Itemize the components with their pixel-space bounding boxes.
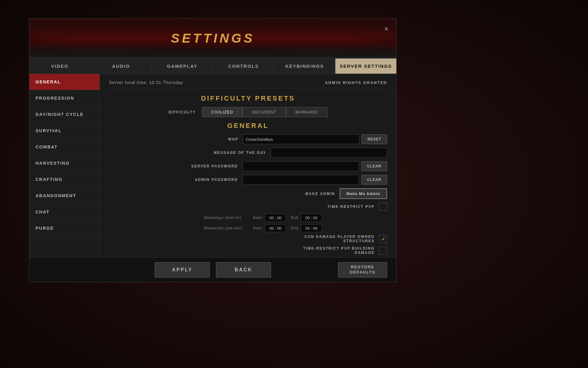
server-password-row: SERVER PASSWORD Clear [109, 161, 387, 171]
time-restrict-pvp-checkbox[interactable] [379, 203, 387, 211]
pvp-weekdays-row: Weekdays (mon-fri) Start End [109, 214, 387, 222]
map-reset-button[interactable]: Reset [362, 134, 387, 144]
back-button[interactable]: BACK [216, 262, 271, 278]
admin-password-label: ADMIN PASSWORD [152, 178, 238, 182]
can-damage-row: CAN DAMAGE PLAYER OWNED STRUCTURES [109, 235, 387, 243]
pvp-weekdays-label: Weekdays (mon-fri) [204, 216, 253, 220]
modal-footer: APPLY BACK RESTOREDEFAULTS [29, 257, 396, 282]
sidebar-item-abandonment[interactable]: ABANDONMENT [29, 188, 100, 204]
apply-button[interactable]: APPLY [155, 262, 210, 278]
close-button[interactable]: × [381, 23, 392, 34]
difficulty-barbaric-btn[interactable]: Barbaric [286, 107, 328, 117]
modal-header: SETTINGS × [29, 19, 396, 59]
pvp-weekdays-end-label: End [291, 216, 298, 220]
map-input[interactable] [243, 134, 359, 144]
pvp-weekdays-start-input[interactable] [265, 214, 286, 222]
modal-body: GENERAL PROGRESSION DAY/NIGHT CYCLE SURV… [29, 74, 396, 257]
tab-video[interactable]: VIDEO [29, 59, 91, 74]
pvp-weekends-start-input[interactable] [265, 224, 286, 232]
tab-audio[interactable]: AUDIO [91, 59, 152, 74]
sidebar-item-harvesting[interactable]: HARVESTING [29, 155, 100, 171]
difficulty-civilized-btn[interactable]: Civilized [202, 107, 243, 117]
make-admin-label: MAKE ADMIN [249, 192, 335, 196]
pvp-weekends-start-label: Start [253, 226, 262, 230]
admin-password-clear-button[interactable]: Clear [361, 175, 387, 185]
sidebar-item-survival[interactable]: SURVIVAL [29, 123, 100, 139]
difficulty-row: DIFFICULTY Civilized Decadent Barbaric [109, 107, 387, 117]
pvp-weekends-end-label: End [291, 226, 298, 230]
sidebar-item-general[interactable]: GENERAL [29, 74, 100, 90]
server-password-input[interactable] [243, 161, 359, 171]
map-label: MAP [153, 137, 238, 141]
admin-password-input[interactable] [243, 175, 359, 185]
admin-rights-label: ADMIN RIGHTS GRANTED [325, 80, 387, 85]
pvp-weekends-row: Weekends (sat-sun) Start End [109, 224, 387, 232]
tab-controls[interactable]: CONTROLS [213, 59, 274, 74]
server-time: Server local time: 10:31 Thursday [109, 80, 183, 85]
pvp-weekdays-end-input[interactable] [301, 214, 322, 222]
can-damage-checkbox[interactable] [379, 235, 387, 243]
pvp-weekends-label: Weekends (sat-sun) [204, 226, 253, 230]
sidebar-item-crafting[interactable]: CRAFTING [29, 171, 100, 188]
tab-gameplay[interactable]: GAMEPLAY [152, 59, 213, 74]
sidebar-item-chat[interactable]: CHAT [29, 204, 100, 220]
settings-modal: SETTINGS × VIDEO AUDIO GAMEPLAY CONTROLS… [29, 18, 397, 282]
make-admin-button[interactable]: Make Me Admin [340, 188, 387, 199]
difficulty-presets-title: DIFFICULTY PRESETS [109, 94, 387, 102]
motd-input[interactable] [271, 148, 387, 158]
general-section-title: GENERAL [109, 122, 387, 130]
tab-bar: VIDEO AUDIO GAMEPLAY CONTROLS KEYBINDING… [29, 59, 396, 74]
motd-row: MESSAGE OF THE DAY [109, 148, 387, 158]
footer-center-buttons: APPLY BACK [155, 262, 271, 278]
sidebar-item-progression[interactable]: PROGRESSION [29, 90, 100, 106]
time-restrict-building-label: TIME-RESTRICT PVP BUILDING DAMAGE [289, 246, 375, 255]
motd-label: MESSAGE OF THE DAY [180, 151, 266, 155]
sidebar-item-combat[interactable]: COMBAT [29, 139, 100, 155]
can-damage-label: CAN DAMAGE PLAYER OWNED STRUCTURES [289, 235, 375, 243]
server-password-clear-button[interactable]: Clear [361, 161, 387, 171]
time-restrict-pvp-label: TIME-RESTRICT PVP [289, 205, 375, 209]
tab-keybindings[interactable]: KEYBINDINGS [274, 59, 335, 74]
difficulty-decadent-btn[interactable]: Decadent [243, 107, 286, 117]
sidebar-item-day-night[interactable]: DAY/NIGHT CYCLE [29, 106, 100, 123]
difficulty-label: DIFFICULTY [168, 110, 196, 114]
pvp-weekends-end-input[interactable] [301, 224, 322, 232]
time-restrict-pvp-row: TIME-RESTRICT PVP [109, 203, 387, 211]
modal-title: SETTINGS [171, 31, 255, 46]
sidebar: GENERAL PROGRESSION DAY/NIGHT CYCLE SURV… [29, 74, 100, 257]
pvp-weekdays-start-label: Start [253, 216, 262, 220]
restore-defaults-button[interactable]: RESTOREDEFAULTS [338, 262, 387, 278]
map-row: MAP Reset [109, 134, 387, 144]
time-restrict-building-row: TIME-RESTRICT PVP BUILDING DAMAGE [109, 246, 387, 255]
admin-password-row: ADMIN PASSWORD Clear [109, 175, 387, 185]
time-restrict-building-checkbox[interactable] [379, 247, 387, 255]
sidebar-item-purge[interactable]: PURGE [29, 220, 100, 236]
server-password-label: SERVER PASSWORD [152, 164, 238, 168]
content-area: Server local time: 10:31 Thursday ADMIN … [100, 74, 396, 257]
server-bar: Server local time: 10:31 Thursday ADMIN … [109, 80, 387, 88]
make-admin-row: MAKE ADMIN Make Me Admin [109, 188, 387, 199]
tab-server-settings[interactable]: SERVER SETTINGS [335, 59, 396, 74]
